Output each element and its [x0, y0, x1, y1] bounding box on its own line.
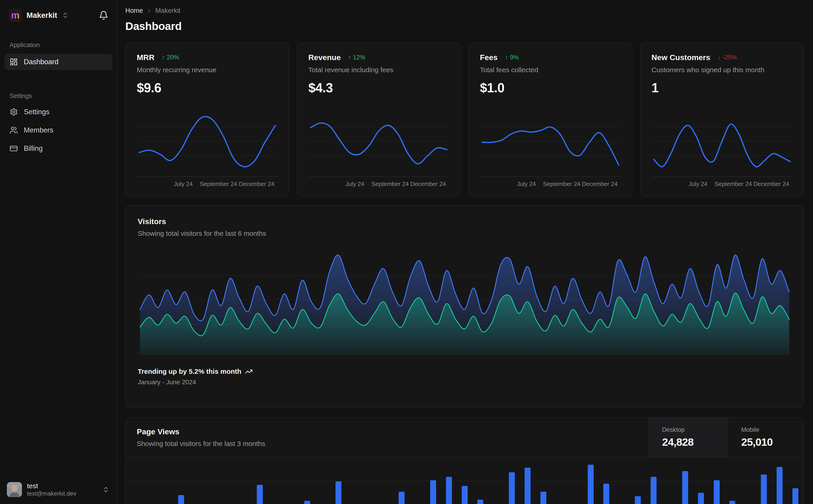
bar [761, 475, 767, 504]
arrow-down-icon: ↓ [718, 54, 721, 61]
trend-badge: ↑12% [348, 54, 365, 61]
x-axis-label: December 24 [410, 180, 446, 188]
stat-card-revenue: Revenue ↑12% Total revenue including fee… [297, 42, 461, 197]
sparkline-chart: July 24 September 24 December 24 [308, 110, 449, 189]
stat-value: $9.6 [137, 80, 278, 95]
bar [635, 496, 641, 504]
visitors-footer-subtitle: January - June 2024 [138, 379, 792, 386]
bar [257, 485, 263, 504]
breadcrumb-home[interactable]: Home [125, 7, 143, 14]
bar [540, 492, 546, 504]
workspace-name: Makerkit [27, 11, 57, 20]
stat-value: $1.0 [480, 80, 621, 95]
arrow-up-icon: ↑ [505, 54, 508, 61]
page-views-header: Page Views Showing total visitors for th… [126, 418, 803, 458]
x-axis-label: December 24 [582, 180, 618, 188]
credit-card-icon [10, 144, 18, 153]
stat-value: 1 [652, 80, 792, 95]
nav-list: Settings Members Billing [5, 104, 112, 157]
bar [792, 488, 798, 504]
sidebar-item-members[interactable]: Members [5, 122, 112, 138]
page-views-card: Page Views Showing total visitors for th… [125, 417, 804, 504]
sidebar-item-label: Members [24, 126, 53, 134]
sidebar-item-billing[interactable]: Billing [5, 140, 112, 157]
page-views-subtitle: Showing total visitors for the last 3 mo… [137, 440, 638, 448]
nav-section-label: Settings [5, 93, 112, 100]
users-icon [10, 126, 18, 134]
stat-title: Fees [480, 53, 498, 62]
breadcrumb: Home Makerkit [125, 7, 804, 14]
x-axis-label: July 24 [517, 180, 536, 188]
breadcrumb-current[interactable]: Makerkit [155, 7, 180, 14]
app-root: m Makerkit Application Dashboard Setting… [0, 0, 813, 504]
layout-dashboard-icon [10, 58, 18, 66]
x-axis-label: July 24 [345, 180, 364, 188]
bar [729, 501, 735, 504]
stat-card-fees: Fees ↑9% Total fees collected $1.0 July … [469, 42, 632, 197]
x-axis-line [308, 176, 449, 177]
arrow-up-icon: ↑ [162, 54, 165, 61]
x-axis-label: July 24 [689, 180, 707, 188]
stat-value: $4.3 [308, 80, 449, 95]
avatar [7, 482, 22, 497]
sidebar-nav: Application Dashboard Settings Settings [0, 22, 117, 157]
x-axis-label: September 24 [543, 180, 580, 188]
bar [651, 477, 657, 504]
page-views-title: Page Views [137, 427, 638, 436]
x-axis-label: September 24 [200, 180, 237, 188]
logo-letter: m [11, 10, 19, 21]
sidebar-item-label: Billing [24, 144, 43, 153]
bar [698, 493, 704, 504]
x-axis-label: September 24 [371, 180, 409, 188]
gridline [126, 481, 803, 481]
x-axis-line [137, 176, 278, 177]
stat-title: Revenue [308, 53, 341, 62]
chevrons-up-down-icon [62, 12, 69, 19]
stat-subtitle: Monthly recurring revenue [137, 66, 278, 74]
sparkline-chart: July 24 September 24 December 24 [652, 110, 792, 189]
bar [509, 472, 515, 504]
workspace-selector[interactable]: m Makerkit [0, 0, 117, 22]
x-axis-label: December 24 [754, 180, 789, 188]
visitors-subtitle: Showing total visitors for the last 6 mo… [138, 230, 792, 237]
stat-subtitle: Total fees collected [480, 66, 621, 74]
bar [336, 481, 341, 504]
user-menu[interactable]: test test@makerkit.dev [0, 476, 117, 504]
makerkit-logo: m [9, 9, 22, 22]
user-name: test [27, 482, 76, 490]
sparkline-chart: July 24 September 24 December 24 [137, 110, 278, 189]
chevrons-up-down-icon [102, 486, 109, 493]
trend-badge: ↑20% [162, 54, 179, 61]
chevron-right-icon [146, 8, 152, 14]
trend-badge: ↓-25% [718, 54, 737, 61]
tab-mobile[interactable]: Mobile 25,010 [728, 418, 803, 457]
bell-icon[interactable] [99, 11, 108, 20]
bar [777, 467, 783, 504]
arrow-up-icon: ↑ [348, 54, 351, 61]
bar [714, 480, 720, 504]
visitors-footer-title: Trending up by 5.2% this month [138, 368, 241, 375]
stat-card-new-customers: New Customers ↓-25% Customers who signed… [640, 42, 804, 197]
x-axis-line [480, 176, 621, 177]
tab-desktop[interactable]: Desktop 24,828 [648, 418, 728, 457]
visitors-title: Visitors [138, 217, 792, 226]
stat-subtitle: Customers who signed up this month [652, 66, 792, 74]
desktop-total: 24,828 [662, 436, 728, 448]
x-axis-line [652, 176, 792, 177]
bar [430, 480, 436, 504]
stat-subtitle: Total revenue including fees [308, 66, 449, 74]
main-content: Home Makerkit Dashboard MRR ↑20% Monthly… [117, 0, 813, 504]
sidebar-item-dashboard[interactable]: Dashboard [5, 54, 112, 70]
x-axis-label: December 24 [239, 180, 275, 188]
bar [462, 486, 468, 504]
user-email: test@makerkit.dev [27, 490, 76, 497]
stat-title: New Customers [652, 53, 710, 62]
page-views-bar-chart [126, 458, 803, 504]
bar [603, 484, 609, 504]
sidebar-item-settings[interactable]: Settings [5, 104, 112, 120]
stat-card-mrr: MRR ↑20% Monthly recurring revenue $9.6 … [125, 42, 289, 197]
visitors-area-chart [138, 248, 792, 355]
sidebar-item-label: Dashboard [24, 58, 58, 66]
trending-up-icon [245, 368, 253, 375]
trend-badge: ↑9% [505, 54, 519, 61]
